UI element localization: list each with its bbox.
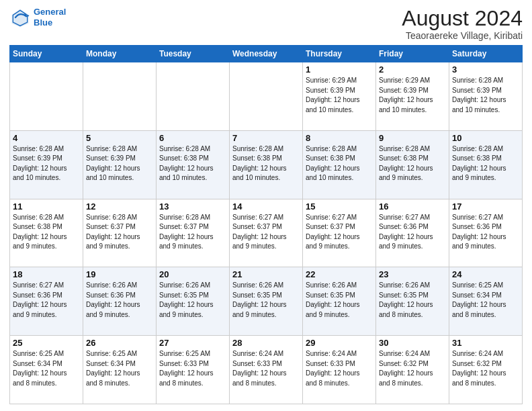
calendar-cell: 12Sunrise: 6:28 AM Sunset: 6:37 PM Dayli… [83, 199, 157, 267]
day-number: 20 [159, 269, 226, 279]
day-info: Sunrise: 6:28 AM Sunset: 6:37 PM Dayligh… [86, 213, 153, 252]
day-info: Sunrise: 6:25 AM Sunset: 6:34 PM Dayligh… [86, 349, 153, 388]
calendar-cell: 6Sunrise: 6:28 AM Sunset: 6:38 PM Daylig… [157, 130, 230, 199]
calendar-cell: 5Sunrise: 6:28 AM Sunset: 6:39 PM Daylig… [83, 130, 157, 199]
day-number: 28 [232, 338, 300, 348]
day-number: 11 [13, 201, 80, 212]
day-info: Sunrise: 6:26 AM Sunset: 6:35 PM Dayligh… [306, 281, 373, 320]
calendar-cell: 16Sunrise: 6:27 AM Sunset: 6:36 PM Dayli… [376, 199, 449, 267]
calendar-cell: 27Sunrise: 6:25 AM Sunset: 6:33 PM Dayli… [157, 336, 230, 404]
svg-marker-0 [12, 9, 29, 28]
calendar-week-row: 18Sunrise: 6:27 AM Sunset: 6:36 PM Dayli… [10, 267, 523, 336]
day-number: 25 [13, 338, 80, 348]
calendar-cell [157, 62, 230, 131]
day-number: 5 [86, 133, 153, 143]
calendar-header-row: SundayMondayTuesdayWednesdayThursdayFrid… [10, 46, 523, 62]
day-info: Sunrise: 6:27 AM Sunset: 6:36 PM Dayligh… [452, 213, 519, 252]
calendar-cell: 18Sunrise: 6:27 AM Sunset: 6:36 PM Dayli… [10, 267, 83, 336]
col-header-wednesday: Wednesday [230, 46, 303, 62]
day-info: Sunrise: 6:25 AM Sunset: 6:33 PM Dayligh… [159, 349, 226, 388]
day-info: Sunrise: 6:26 AM Sunset: 6:35 PM Dayligh… [159, 281, 226, 320]
day-info: Sunrise: 6:25 AM Sunset: 6:34 PM Dayligh… [452, 281, 519, 320]
calendar-cell: 8Sunrise: 6:28 AM Sunset: 6:38 PM Daylig… [303, 130, 376, 199]
day-info: Sunrise: 6:29 AM Sunset: 6:39 PM Dayligh… [306, 76, 373, 115]
calendar-cell: 3Sunrise: 6:28 AM Sunset: 6:39 PM Daylig… [449, 62, 523, 131]
day-info: Sunrise: 6:28 AM Sunset: 6:38 PM Dayligh… [452, 144, 519, 183]
col-header-friday: Friday [376, 46, 449, 62]
day-number: 6 [159, 133, 226, 143]
day-info: Sunrise: 6:28 AM Sunset: 6:38 PM Dayligh… [232, 144, 300, 183]
calendar-cell: 26Sunrise: 6:25 AM Sunset: 6:34 PM Dayli… [83, 336, 157, 404]
day-number: 14 [232, 201, 300, 212]
title-block: August 2024 Teaoraereke Village, Kiribat… [402, 7, 523, 41]
day-number: 12 [86, 201, 153, 212]
day-number: 1 [306, 64, 373, 75]
day-info: Sunrise: 6:26 AM Sunset: 6:36 PM Dayligh… [86, 281, 153, 320]
calendar-cell [83, 62, 157, 131]
day-info: Sunrise: 6:27 AM Sunset: 6:37 PM Dayligh… [306, 213, 373, 252]
subtitle: Teaoraereke Village, Kiribati [402, 30, 523, 41]
calendar-cell: 31Sunrise: 6:24 AM Sunset: 6:32 PM Dayli… [449, 336, 523, 404]
day-number: 31 [452, 338, 519, 348]
day-number: 10 [452, 133, 519, 143]
day-number: 9 [379, 133, 446, 143]
day-number: 17 [452, 201, 519, 212]
day-info: Sunrise: 6:27 AM Sunset: 6:36 PM Dayligh… [379, 213, 446, 252]
day-number: 27 [159, 338, 226, 348]
day-info: Sunrise: 6:27 AM Sunset: 6:37 PM Dayligh… [232, 213, 300, 252]
calendar-cell: 10Sunrise: 6:28 AM Sunset: 6:38 PM Dayli… [449, 130, 523, 199]
calendar-cell [10, 62, 83, 131]
day-info: Sunrise: 6:24 AM Sunset: 6:33 PM Dayligh… [232, 349, 300, 388]
day-info: Sunrise: 6:26 AM Sunset: 6:35 PM Dayligh… [379, 281, 446, 320]
col-header-monday: Monday [83, 46, 157, 62]
calendar-cell: 20Sunrise: 6:26 AM Sunset: 6:35 PM Dayli… [157, 267, 230, 336]
day-number: 26 [86, 338, 153, 348]
calendar-cell: 22Sunrise: 6:26 AM Sunset: 6:35 PM Dayli… [303, 267, 376, 336]
day-number: 19 [86, 269, 153, 279]
calendar-cell [230, 62, 303, 131]
calendar-cell: 19Sunrise: 6:26 AM Sunset: 6:36 PM Dayli… [83, 267, 157, 336]
day-number: 22 [306, 269, 373, 279]
calendar-cell: 13Sunrise: 6:28 AM Sunset: 6:37 PM Dayli… [157, 199, 230, 267]
calendar-cell: 15Sunrise: 6:27 AM Sunset: 6:37 PM Dayli… [303, 199, 376, 267]
logo-icon [9, 7, 31, 28]
day-info: Sunrise: 6:27 AM Sunset: 6:36 PM Dayligh… [13, 281, 80, 320]
calendar-cell: 9Sunrise: 6:28 AM Sunset: 6:38 PM Daylig… [376, 130, 449, 199]
calendar-cell: 29Sunrise: 6:24 AM Sunset: 6:33 PM Dayli… [303, 336, 376, 404]
calendar-cell: 17Sunrise: 6:27 AM Sunset: 6:36 PM Dayli… [449, 199, 523, 267]
day-number: 7 [232, 133, 300, 143]
calendar-cell: 21Sunrise: 6:26 AM Sunset: 6:35 PM Dayli… [230, 267, 303, 336]
col-header-tuesday: Tuesday [157, 46, 230, 62]
calendar-cell: 24Sunrise: 6:25 AM Sunset: 6:34 PM Dayli… [449, 267, 523, 336]
day-info: Sunrise: 6:26 AM Sunset: 6:35 PM Dayligh… [232, 281, 300, 320]
day-number: 16 [379, 201, 446, 212]
logo-text: General Blue [34, 7, 66, 28]
day-info: Sunrise: 6:24 AM Sunset: 6:32 PM Dayligh… [379, 349, 446, 388]
calendar-week-row: 11Sunrise: 6:28 AM Sunset: 6:38 PM Dayli… [10, 199, 523, 267]
calendar-cell: 30Sunrise: 6:24 AM Sunset: 6:32 PM Dayli… [376, 336, 449, 404]
calendar-cell: 28Sunrise: 6:24 AM Sunset: 6:33 PM Dayli… [230, 336, 303, 404]
day-number: 23 [379, 269, 446, 279]
day-number: 21 [232, 269, 300, 279]
calendar-cell: 25Sunrise: 6:25 AM Sunset: 6:34 PM Dayli… [10, 336, 83, 404]
day-info: Sunrise: 6:28 AM Sunset: 6:38 PM Dayligh… [306, 144, 373, 183]
calendar-table: SundayMondayTuesdayWednesdayThursdayFrid… [9, 45, 523, 404]
calendar-week-row: 25Sunrise: 6:25 AM Sunset: 6:34 PM Dayli… [10, 336, 523, 404]
main-title: August 2024 [402, 7, 523, 30]
header: General Blue August 2024 Teaoraereke Vil… [9, 7, 523, 41]
calendar-cell: 1Sunrise: 6:29 AM Sunset: 6:39 PM Daylig… [303, 62, 376, 131]
day-number: 29 [306, 338, 373, 348]
day-number: 24 [452, 269, 519, 279]
day-info: Sunrise: 6:24 AM Sunset: 6:33 PM Dayligh… [306, 349, 373, 388]
day-info: Sunrise: 6:28 AM Sunset: 6:39 PM Dayligh… [452, 76, 519, 115]
col-header-thursday: Thursday [303, 46, 376, 62]
calendar-cell: 2Sunrise: 6:29 AM Sunset: 6:39 PM Daylig… [376, 62, 449, 131]
col-header-saturday: Saturday [449, 46, 523, 62]
day-info: Sunrise: 6:28 AM Sunset: 6:39 PM Dayligh… [13, 144, 80, 183]
calendar-week-row: 1Sunrise: 6:29 AM Sunset: 6:39 PM Daylig… [10, 62, 523, 131]
calendar-cell: 11Sunrise: 6:28 AM Sunset: 6:38 PM Dayli… [10, 199, 83, 267]
day-number: 18 [13, 269, 80, 279]
day-number: 8 [306, 133, 373, 143]
day-number: 4 [13, 133, 80, 143]
day-number: 15 [306, 201, 373, 212]
